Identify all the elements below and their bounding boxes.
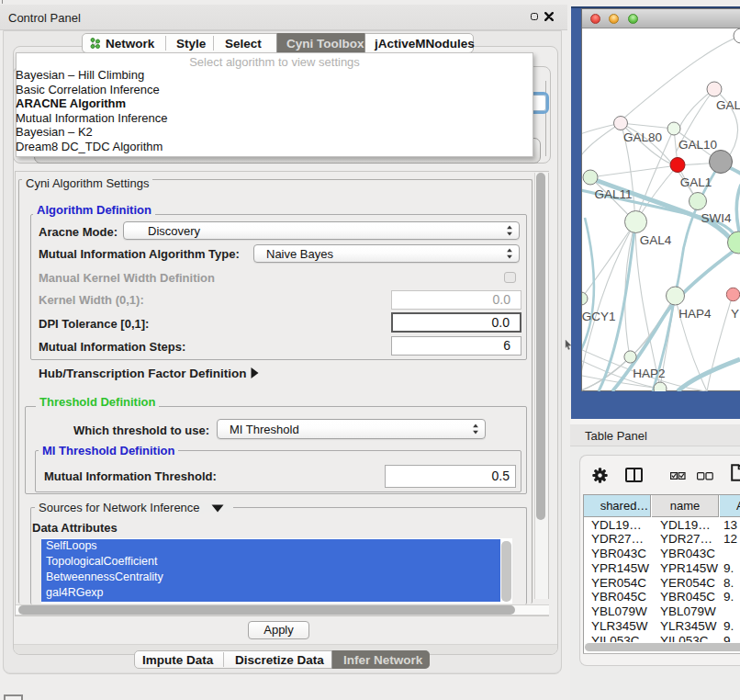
svg-text:GAL4: GAL4 [640, 233, 672, 247]
svg-text:GAL11: GAL11 [594, 187, 632, 201]
svg-text:GAL: GAL [716, 98, 740, 112]
svg-text:HAP2: HAP2 [633, 367, 665, 380]
svg-text:GAL10: GAL10 [678, 138, 717, 152]
svg-text:Y: Y [731, 307, 739, 321]
svg-text:GAL80: GAL80 [623, 130, 662, 144]
svg-text:HAP4: HAP4 [678, 307, 712, 321]
svg-text:SWI4: SWI4 [701, 211, 731, 225]
svg-text:GCY1: GCY1 [582, 310, 615, 323]
svg-text:GAL1: GAL1 [680, 175, 712, 189]
